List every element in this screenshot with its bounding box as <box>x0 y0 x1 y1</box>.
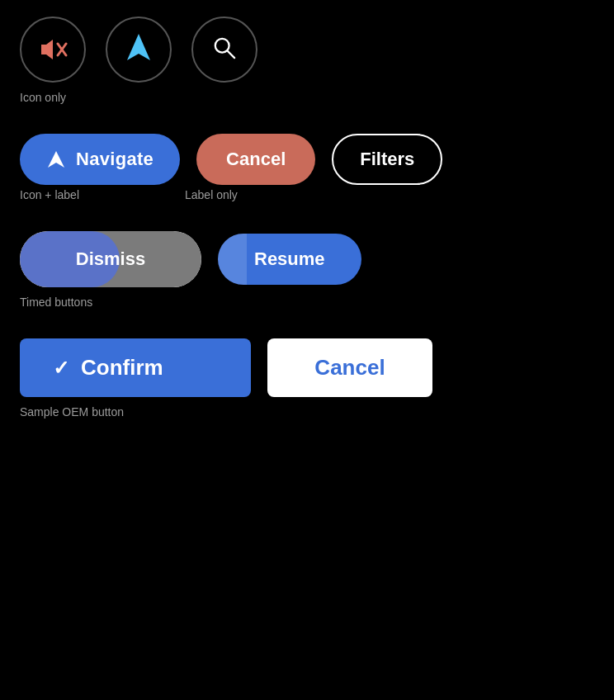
dismiss-label: Dismiss <box>76 248 145 270</box>
cancel-red-label: Cancel <box>226 149 286 169</box>
checkmark-icon: ✓ <box>53 357 69 380</box>
filters-button[interactable]: Filters <box>332 134 442 185</box>
navigate-button-icon <box>46 149 66 169</box>
search-icon <box>213 36 236 63</box>
navigate-button[interactable]: Navigate <box>20 134 180 185</box>
confirm-button[interactable]: ✓ Confirm <box>20 338 251 397</box>
svg-line-5 <box>228 51 234 58</box>
oem-buttons-row: ✓ Confirm Cancel <box>20 338 594 397</box>
section-oem-buttons: ✓ Confirm Cancel Sample OEM button <box>20 338 594 419</box>
cancel-oem-button[interactable]: Cancel <box>267 338 432 397</box>
section-icon-only: Icon only <box>20 17 594 104</box>
two-label-row: Icon + label Label only <box>20 188 594 201</box>
svg-marker-6 <box>48 151 64 168</box>
oem-label: Sample OEM button <box>20 405 594 419</box>
section-timed-buttons: Dismiss Resume Timed buttons <box>20 231 594 309</box>
confirm-label: Confirm <box>81 355 163 381</box>
svg-marker-3 <box>127 34 150 60</box>
resume-label: Resume <box>254 248 325 269</box>
search-icon-button[interactable] <box>191 17 257 83</box>
icon-row <box>20 17 594 83</box>
cancel-red-button[interactable]: Cancel <box>196 134 315 185</box>
navigate-arrow-icon <box>125 32 152 68</box>
timed-buttons-label: Timed buttons <box>20 296 594 309</box>
mute-icon-button[interactable] <box>20 17 86 83</box>
filters-label: Filters <box>360 149 414 169</box>
timed-buttons-row: Dismiss Resume <box>20 231 594 287</box>
section-labeled-buttons: Navigate Cancel Filters Icon + label Lab… <box>20 134 594 201</box>
navigate-icon-button[interactable] <box>106 17 172 83</box>
dismiss-button[interactable]: Dismiss <box>20 231 201 287</box>
icon-plus-label-text: Icon + label <box>20 188 168 201</box>
navigate-button-label: Navigate <box>76 149 154 170</box>
cancel-oem-label: Cancel <box>314 355 385 380</box>
resume-button[interactable]: Resume <box>218 234 361 285</box>
labeled-buttons-row: Navigate Cancel Filters <box>20 134 594 185</box>
icon-only-label: Icon only <box>20 91 594 104</box>
svg-marker-0 <box>41 40 53 59</box>
label-only-text: Label only <box>185 188 333 201</box>
resume-fill <box>218 234 247 285</box>
mute-icon <box>38 37 68 62</box>
